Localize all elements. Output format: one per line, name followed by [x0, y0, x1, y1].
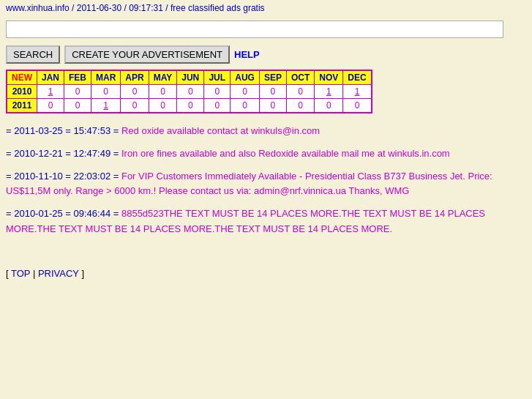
header-date: 2011-06-30 [77, 3, 121, 13]
site-link[interactable]: www.xinhua.info [6, 3, 70, 13]
calendar-col-sep: SEP [259, 70, 286, 85]
calendar-cell[interactable]: 0 [37, 99, 64, 113]
calendar-body: 20101000000000112011001000000000 [7, 85, 372, 113]
calendar-cell[interactable]: 0 [177, 85, 204, 99]
calendar-cell[interactable]: 0 [286, 99, 314, 113]
list-item: = 2011-03-25 = 15:47:53 = Red oxide avai… [6, 124, 526, 139]
calendar-cell[interactable]: 1 [91, 99, 121, 113]
calendar-cell[interactable]: 0 [259, 99, 286, 113]
footer: [ TOP | PRIVACY ] [0, 262, 532, 285]
calendar-cell[interactable]: 1 [315, 85, 343, 99]
calendar-year-cell[interactable]: 2011 [7, 99, 37, 113]
button-row: SEARCH CREATE YOUR ADVERTISEMENT HELP [0, 45, 532, 70]
header-bar: www.xinhua.info / 2011-06-30 / 09:17:31 … [0, 0, 532, 16]
calendar-cell[interactable]: 0 [149, 99, 177, 113]
calendar-cell[interactable]: 0 [286, 85, 314, 99]
calendar-cell[interactable]: 0 [121, 99, 149, 113]
calendar-cell[interactable]: 0 [64, 85, 91, 99]
list-item: = 2010-01-25 = 09:46:44 = 8855d523THE TE… [6, 206, 526, 237]
calendar-cell[interactable]: 0 [177, 99, 204, 113]
search-input[interactable] [6, 20, 503, 38]
calendar-year-cell[interactable]: 2010 [7, 85, 37, 99]
calendar-col-nov: NOV [315, 70, 343, 85]
calendar-cell[interactable]: 1 [343, 85, 372, 99]
header-separator3: / [165, 3, 171, 13]
calendar-cell[interactable]: 0 [231, 99, 260, 113]
calendar-col-mar: MAR [91, 70, 121, 85]
calendar-cell[interactable]: 0 [259, 85, 286, 99]
calendar-area: NEW JAN FEB MAR APR MAY JUN JUL AUG SEP … [0, 70, 532, 113]
listing-date: = 2010-01-25 = 09:46:44 = [6, 208, 119, 219]
calendar-cell[interactable]: 0 [315, 99, 343, 113]
listings-area: = 2011-03-25 = 15:47:53 = Red oxide avai… [0, 121, 532, 247]
calendar-col-jun: JUN [177, 70, 204, 85]
calendar-col-apr: APR [121, 70, 149, 85]
header-tagline: free classified ads gratis [171, 3, 265, 13]
calendar-cell[interactable]: 0 [204, 99, 231, 113]
calendar-col-jan: JAN [37, 70, 64, 85]
search-button[interactable]: SEARCH [6, 45, 60, 64]
calendar-col-aug: AUG [231, 70, 260, 85]
listing-text: Iron ore fines available and also Redoxi… [121, 148, 450, 159]
calendar-col-jul: JUL [204, 70, 231, 85]
header-separator1: / [72, 3, 77, 13]
listing-date: = 2010-11-10 = 22:03:02 = [6, 171, 119, 182]
calendar-col-oct: OCT [286, 70, 314, 85]
header-time: 09:17:31 [129, 3, 163, 13]
footer-bracket-close: ] [81, 268, 84, 279]
calendar-col-new: NEW [7, 70, 37, 85]
calendar-cell[interactable]: 1 [37, 85, 64, 99]
footer-pipe: | [33, 268, 38, 279]
calendar-col-feb: FEB [64, 70, 91, 85]
calendar-cell[interactable]: 0 [91, 85, 121, 99]
top-link[interactable]: TOP [11, 268, 30, 279]
calendar-cell[interactable]: 0 [64, 99, 91, 113]
table-row: 2010100000000011 [7, 85, 372, 99]
calendar-header-row: NEW JAN FEB MAR APR MAY JUN JUL AUG SEP … [7, 70, 372, 85]
calendar-table: NEW JAN FEB MAR APR MAY JUN JUL AUG SEP … [6, 70, 372, 113]
calendar-cell[interactable]: 0 [204, 85, 231, 99]
listing-date: = 2010-12-21 = 12:47:49 = [6, 148, 119, 159]
create-advertisement-button[interactable]: CREATE YOUR ADVERTISEMENT [64, 45, 230, 64]
help-link[interactable]: HELP [234, 49, 260, 60]
calendar-cell[interactable]: 0 [231, 85, 260, 99]
list-item: = 2010-12-21 = 12:47:49 = Iron ore fines… [6, 146, 526, 162]
listing-date: = 2011-03-25 = 15:47:53 = [6, 125, 119, 136]
list-item: = 2010-11-10 = 22:03:02 = For VIP Custom… [6, 169, 526, 200]
calendar-cell[interactable]: 0 [121, 85, 149, 99]
listing-text: Red oxide available contact at winkuls@i… [121, 125, 320, 136]
calendar-col-may: MAY [149, 70, 177, 85]
calendar-cell[interactable]: 0 [149, 85, 177, 99]
footer-bracket-open: [ [6, 268, 11, 279]
calendar-col-dec: DEC [343, 70, 372, 85]
privacy-link[interactable]: PRIVACY [38, 268, 79, 279]
search-area [0, 16, 532, 45]
table-row: 2011001000000000 [7, 99, 372, 113]
calendar-cell[interactable]: 0 [343, 99, 372, 113]
